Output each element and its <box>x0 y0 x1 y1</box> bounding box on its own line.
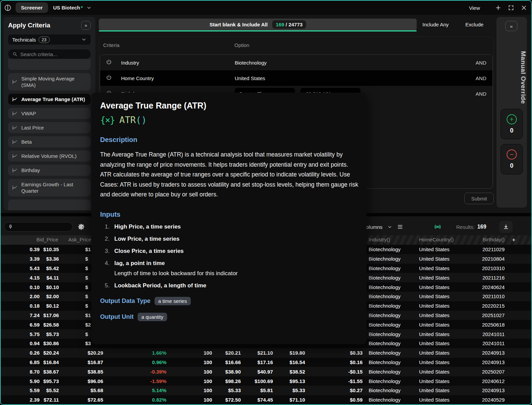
sidebar-item-birthday[interactable]: Birthday <box>8 165 91 176</box>
input-list-item: 4.lag, a point in timeLength of time to … <box>100 260 356 277</box>
collapse-panel-button[interactable]: » <box>81 21 91 30</box>
sidebar-item-label: Last Price <box>21 124 44 131</box>
apply-criteria-panel: Apply Criteria » Technicals 23 Simple Mo… <box>3 17 95 210</box>
popup-title: Average True Range (ATR) <box>100 101 356 111</box>
live-stream-icon[interactable] <box>434 222 442 232</box>
gear-icon[interactable] <box>77 222 86 232</box>
fx-icon: {×} <box>100 115 115 125</box>
chevron-down-icon <box>81 37 87 42</box>
category-count-badge: 23 <box>39 37 49 43</box>
app-window: Screener US Biotech* View Apply Criteria… <box>0 0 532 405</box>
input-list-item: 3.Close Price, a time series <box>100 247 356 255</box>
criteria-list: Simple Moving Average (SMA)Average True … <box>8 62 91 210</box>
power-icon[interactable] <box>106 59 112 66</box>
criteria-search[interactable] <box>8 49 91 59</box>
line-chart-icon <box>12 125 18 131</box>
download-button[interactable] <box>499 221 513 233</box>
sidebar-item-beta[interactable]: Beta <box>8 136 91 147</box>
fullscreen-icon[interactable] <box>508 4 514 11</box>
view-menu[interactable]: View <box>469 5 480 11</box>
partial-list-item[interactable] <box>8 199 91 210</box>
panel-title: Manual Override <box>496 35 527 120</box>
table-row[interactable]: 5.90$95.73$96.06-1.59%100$98.26$100.69$9… <box>1 376 532 386</box>
table-row[interactable]: 8.70$38.67$38.85-0.39%100$38.90$40.97$38… <box>1 367 532 376</box>
add-column-button[interactable]: + <box>509 237 519 244</box>
results-count: Results: 169 <box>456 222 486 232</box>
line-chart-icon <box>12 185 18 191</box>
search-icon <box>12 51 18 57</box>
input-list-item: 1.High Price, a time series <box>100 223 356 231</box>
workspace-selector[interactable]: US Biotech* <box>53 2 92 13</box>
top-bar: Screener US Biotech* View <box>1 1 531 15</box>
line-chart-icon <box>12 111 18 117</box>
column-header-birthday[interactable]: Birthday() <box>469 237 505 242</box>
atr-info-popup: Average True Range (ATR) {×} ATR() Descr… <box>91 93 367 344</box>
join-operator[interactable]: AND <box>476 60 486 66</box>
result-count-pill: 169 / 24773 <box>272 20 306 29</box>
chevron-down-icon <box>86 5 92 10</box>
sidebar-item-label: Earnings Growth - Last Quarter <box>21 181 87 194</box>
join-operator[interactable]: AND <box>476 91 486 97</box>
line-chart-icon <box>12 167 18 173</box>
manual-override-panel: « Manual Override + 0 − 0 <box>496 17 527 208</box>
sidebar-item-earnings-growth-last-quarter[interactable]: Earnings Growth - Last Quarter <box>8 179 91 196</box>
close-icon[interactable] <box>521 4 527 11</box>
description-heading: Description <box>100 136 356 144</box>
sidebar-item-average-true-range-atr[interactable]: Average True Range (ATR) <box>8 94 91 105</box>
inputs-heading: Inputs <box>100 211 356 218</box>
sidebar-item-label: Simple Moving Average (SMA) <box>21 75 87 88</box>
category-dropdown[interactable]: Technicals 23 <box>8 34 91 45</box>
column-header-home-country[interactable]: HomeCountry() <box>419 237 454 242</box>
column-header-ask[interactable]: Ask_Price <box>68 237 91 242</box>
function-signature: {×} ATR() <box>100 115 356 125</box>
chevron-down-icon <box>387 224 392 230</box>
output-data-type-row: Output Data Type a time series <box>100 297 356 305</box>
pin-filter-input[interactable] <box>4 222 73 232</box>
manual-exclude-counter[interactable]: − 0 <box>501 144 523 174</box>
progress-bar[interactable]: Start blank & Include All 169 / 24773 <box>99 19 417 30</box>
plus-circle-icon: + <box>507 114 517 124</box>
sidebar-item-relative-volume-rvol[interactable]: Relative Volume (RVOL) <box>8 150 91 162</box>
criteria-row-industry[interactable]: Industry Biotechnology AND <box>100 55 492 70</box>
sidebar-item-last-price[interactable]: Last Price <box>8 122 91 133</box>
manual-include-counter[interactable]: + 0 <box>501 109 523 139</box>
line-chart-icon <box>12 139 18 145</box>
tab-screener[interactable]: Screener <box>16 2 48 13</box>
minus-circle-icon: − <box>507 149 517 160</box>
partial-list-item[interactable] <box>8 59 91 70</box>
exclude-button[interactable]: Exclude <box>465 19 483 30</box>
expand-panel-button[interactable]: « <box>505 21 517 31</box>
output-type-badge: a time series <box>155 297 191 305</box>
unsaved-indicator: * <box>81 5 83 10</box>
sidebar-item-label: Average True Range (ATR) <box>21 96 85 102</box>
criteria-row-home-country[interactable]: Home Country United States AND <box>100 70 492 86</box>
contrast-icon[interactable] <box>4 4 11 11</box>
sidebar-item-label: Relative Volume (RVOL) <box>21 153 76 159</box>
column-header-criteria: Criteria <box>103 42 119 48</box>
table-row[interactable]: 5.59$5.52$5.685.14%100$5.33$5.81$5.33$0.… <box>1 386 532 395</box>
table-row[interactable]: 2.39$72.11$72.650.82%100$72.50$74.45$71.… <box>1 395 532 405</box>
include-any-button[interactable]: Include Any <box>422 19 449 30</box>
submit-button[interactable]: Submit <box>464 193 494 204</box>
popup-inputs-list: 1.High Price, a time series2.Low Price, … <box>100 223 356 289</box>
sidebar-item-vwap[interactable]: VWAP <box>8 108 91 119</box>
table-row[interactable]: 0.26$20.24$20.291.66%100$20.21$21.10$19.… <box>1 348 532 358</box>
search-input[interactable] <box>20 51 87 57</box>
input-list-item: 5.Lookback Period, a length of time <box>100 282 356 289</box>
power-icon[interactable] <box>106 74 112 81</box>
join-operator[interactable]: AND <box>476 75 486 81</box>
input-description: Length of time to look backward for this… <box>114 270 238 277</box>
pin-icon <box>8 224 13 230</box>
output-unit-row: Output Unit a quantity <box>100 313 356 321</box>
output-unit-badge: a quantity <box>138 313 167 321</box>
sidebar-item-label: VWAP <box>21 110 36 117</box>
column-header-industry[interactable]: Industry() <box>369 237 390 242</box>
column-header-bid[interactable]: Bid_Price <box>21 237 58 242</box>
sidebar-item-simple-moving-average-sma[interactable]: Simple Moving Average (SMA) <box>8 73 91 91</box>
columns-dropdown[interactable]: columns <box>364 222 403 232</box>
menu-icon[interactable] <box>397 224 403 230</box>
sidebar-item-label: Beta <box>21 139 32 145</box>
table-row[interactable]: 6.85$16.84$16.870.96%100$16.66$17.16$16.… <box>1 358 532 367</box>
line-chart-icon <box>12 96 18 102</box>
add-icon[interactable] <box>495 4 502 11</box>
